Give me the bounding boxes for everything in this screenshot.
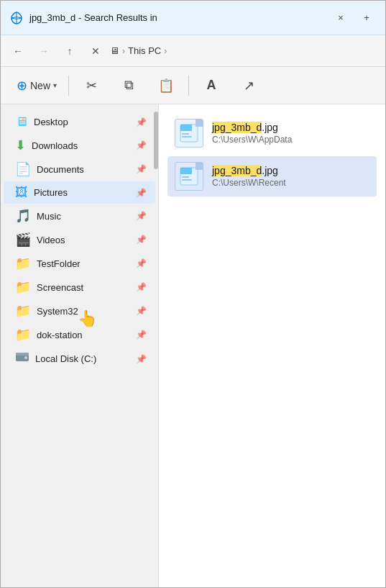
- sidebar-label-documents: Documents: [37, 164, 130, 175]
- breadcrumb-label: This PC: [128, 45, 161, 56]
- sidebar-scrollbar[interactable]: [154, 104, 158, 588]
- svg-rect-9: [180, 168, 192, 174]
- new-label: New: [30, 80, 50, 91]
- cut-icon: ✂: [86, 78, 97, 94]
- nav-bar: ← → ↑ ✕ 🖥 › This PC ›: [1, 35, 385, 67]
- sidebar-item-videos[interactable]: 🎬 Videos 📌: [4, 228, 155, 251]
- new-chevron-icon: ▾: [53, 81, 57, 89]
- desktop-icon: 🖥: [15, 114, 28, 130]
- new-button[interactable]: ⊕ New ▾: [9, 70, 64, 101]
- sidebar-item-screencast[interactable]: 📁 Screencast 📌: [4, 276, 155, 299]
- pin-icon-testfolder: 📌: [136, 258, 147, 268]
- back-button[interactable]: ←: [6, 40, 29, 63]
- sidebar-item-downloads[interactable]: ⬇ Downloads 📌: [4, 134, 155, 157]
- rename-button[interactable]: A: [193, 70, 229, 101]
- local-disk-icon: [15, 350, 29, 367]
- forward-button[interactable]: →: [32, 40, 55, 63]
- file-area: jpg_3mb_d.jpg C:\Users\W\AppData jpg_3mb…: [159, 104, 385, 588]
- file-name-suffix-2: .jpg: [262, 165, 278, 176]
- pc-icon: 🖥: [110, 45, 119, 56]
- sidebar-label-music: Music: [37, 211, 130, 222]
- breadcrumb[interactable]: 🖥 › This PC ›: [110, 45, 380, 56]
- copy-icon: ⧉: [124, 78, 134, 93]
- sidebar-item-dok-station[interactable]: 📁 dok-station 📌: [4, 323, 155, 346]
- file-name-highlight-1: jpg_3mb_d: [212, 122, 262, 133]
- sidebar-item-system32[interactable]: 📁 System32 📌: [4, 299, 155, 322]
- videos-icon: 🎬: [15, 232, 31, 248]
- svg-rect-7: [182, 136, 192, 137]
- sidebar-item-local-disk[interactable]: Local Disk (C:) 📌: [4, 347, 155, 371]
- svg-rect-11: [182, 179, 192, 181]
- sidebar-scrollbar-thumb[interactable]: [154, 112, 158, 169]
- svg-rect-10: [182, 176, 189, 178]
- testfolder-icon: 📁: [15, 255, 31, 271]
- pin-icon-system32: 📌: [136, 306, 147, 316]
- file-name-1: jpg_3mb_d.jpg: [212, 122, 369, 133]
- sidebar-label-downloads: Downloads: [32, 140, 130, 151]
- sidebar-item-testfolder[interactable]: 📁 TestFolder 📌: [4, 252, 155, 275]
- file-path-2: C:\Users\W\Recent: [212, 178, 369, 188]
- sidebar-item-pictures[interactable]: 🖼 Pictures 📌: [4, 181, 155, 204]
- pin-icon-documents: 📌: [136, 164, 147, 174]
- sidebar-item-desktop[interactable]: 🖥 Desktop 📌: [4, 111, 155, 133]
- music-icon: 🎵: [15, 208, 31, 224]
- pin-icon-music: 📌: [136, 211, 147, 221]
- documents-icon: 📄: [15, 161, 31, 177]
- file-name-highlight-2: jpg_3mb_d: [212, 165, 262, 176]
- close-tab-button[interactable]: ×: [331, 8, 351, 28]
- pin-icon-downloads: 📌: [136, 140, 147, 150]
- window-title: jpg_3mb_d - Search Results in: [29, 12, 325, 23]
- pin-icon-screencast: 📌: [136, 282, 147, 292]
- sidebar: 🖥 Desktop 📌 ⬇ Downloads 📌 📄 Documents 📌 …: [1, 104, 159, 588]
- paste-icon: 📋: [158, 78, 174, 94]
- app-icon: [9, 11, 24, 25]
- sidebar-label-desktop: Desktop: [34, 117, 130, 127]
- paste-button[interactable]: 📋: [148, 70, 184, 101]
- pin-icon-pictures: 📌: [136, 188, 147, 198]
- svg-rect-5: [180, 125, 192, 131]
- main-area: 🖥 Desktop 📌 ⬇ Downloads 📌 📄 Documents 📌 …: [1, 104, 385, 588]
- sidebar-label-testfolder: TestFolder: [37, 258, 130, 269]
- dok-station-icon: 📁: [15, 327, 31, 343]
- rename-icon: A: [207, 78, 216, 93]
- sidebar-label-system32: System32: [37, 306, 130, 317]
- file-thumb-1: [175, 119, 203, 148]
- svg-point-3: [24, 356, 27, 359]
- sidebar-label-screencast: Screencast: [37, 282, 130, 293]
- cancel-button[interactable]: ✕: [84, 40, 107, 63]
- screencast-icon: 📁: [15, 279, 31, 295]
- pin-icon-desktop: 📌: [136, 117, 147, 127]
- pin-icon-local-disk: 📌: [136, 354, 147, 364]
- file-name-suffix-1: .jpg: [262, 122, 278, 133]
- sidebar-label-dok-station: dok-station: [37, 330, 130, 340]
- sidebar-label-local-disk: Local Disk (C:): [35, 353, 130, 364]
- pictures-icon: 🖼: [15, 185, 28, 200]
- toolbar-divider-1: [68, 76, 69, 96]
- title-bar: jpg_3mb_d - Search Results in × +: [1, 1, 385, 35]
- cut-button[interactable]: ✂: [73, 70, 109, 101]
- up-button[interactable]: ↑: [58, 40, 81, 63]
- file-item-1[interactable]: jpg_3mb_d.jpg C:\Users\W\AppData: [167, 113, 377, 153]
- toolbar: ⊕ New ▾ ✂ ⧉ 📋 A ↗: [1, 67, 385, 104]
- pin-icon-videos: 📌: [136, 235, 147, 245]
- new-tab-button[interactable]: +: [357, 8, 377, 28]
- toolbar-divider-2: [188, 76, 189, 96]
- svg-rect-2: [16, 353, 29, 356]
- copy-button[interactable]: ⧉: [111, 70, 147, 101]
- file-info-2: jpg_3mb_d.jpg C:\Users\W\Recent: [212, 165, 369, 188]
- downloads-icon: ⬇: [15, 137, 26, 153]
- new-plus-icon: ⊕: [17, 78, 27, 94]
- file-name-2: jpg_3mb_d.jpg: [212, 165, 369, 176]
- sidebar-label-pictures: Pictures: [34, 187, 130, 198]
- file-item-2[interactable]: jpg_3mb_d.jpg C:\Users\W\Recent: [167, 156, 377, 196]
- file-info-1: jpg_3mb_d.jpg C:\Users\W\AppData: [212, 122, 369, 145]
- share-button[interactable]: ↗: [231, 70, 267, 101]
- sidebar-label-videos: Videos: [37, 235, 130, 245]
- pin-icon-dok-station: 📌: [136, 330, 147, 340]
- file-thumb-2: [175, 162, 203, 191]
- sidebar-item-music[interactable]: 🎵 Music 📌: [4, 204, 155, 227]
- svg-rect-6: [182, 133, 189, 135]
- breadcrumb-chevron: ›: [122, 46, 125, 56]
- share-icon: ↗: [244, 78, 254, 94]
- sidebar-item-documents[interactable]: 📄 Documents 📌: [4, 158, 155, 181]
